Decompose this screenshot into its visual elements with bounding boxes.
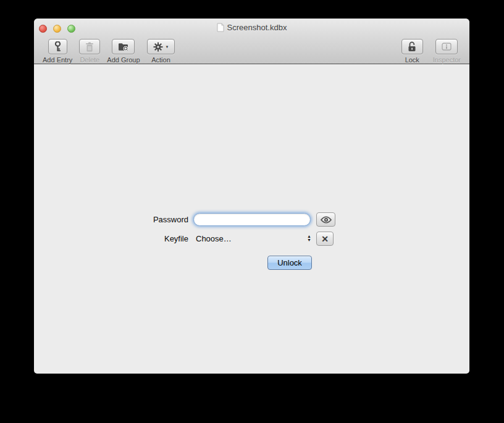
chevron-down-icon: ▼ bbox=[166, 45, 169, 49]
password-input[interactable] bbox=[193, 213, 311, 226]
document-icon bbox=[217, 23, 224, 32]
password-label: Password bbox=[114, 215, 188, 224]
unlock-button[interactable]: Unlock bbox=[267, 256, 312, 270]
lock-button[interactable]: Lock bbox=[401, 36, 423, 64]
keyfile-value: Choose… bbox=[193, 234, 307, 243]
add-group-label: Add Group bbox=[107, 56, 140, 64]
eye-icon bbox=[321, 216, 332, 224]
show-password-button[interactable] bbox=[316, 212, 335, 227]
keyfile-label: Keyfile bbox=[114, 234, 188, 243]
titlebar[interactable]: Screenshot.kdbx bbox=[34, 19, 469, 36]
trash-icon bbox=[85, 42, 94, 52]
titlebar-toolbar: Screenshot.kdbx Add Entry bbox=[34, 19, 469, 64]
keyfile-popup[interactable]: Choose… ▲ ▼ bbox=[193, 232, 312, 245]
stepper-icon: ▲ ▼ bbox=[307, 235, 312, 242]
delete-button[interactable]: Delete bbox=[79, 36, 100, 64]
toolbar: Add Entry Delete bbox=[43, 36, 461, 64]
lock-label: Lock bbox=[405, 56, 419, 64]
add-entry-button[interactable]: Add Entry bbox=[43, 36, 72, 64]
gear-icon bbox=[153, 42, 163, 52]
lock-open-icon bbox=[408, 41, 417, 52]
app-window: Screenshot.kdbx Add Entry bbox=[34, 19, 469, 374]
inspector-button[interactable]: Inspector bbox=[433, 36, 461, 64]
close-icon: ✕ bbox=[321, 234, 329, 244]
info-icon bbox=[442, 43, 452, 51]
action-label: Action bbox=[151, 56, 170, 64]
action-button[interactable]: ▼ Action bbox=[147, 36, 175, 64]
window-title-area: Screenshot.kdbx bbox=[34, 19, 469, 36]
key-icon bbox=[54, 41, 61, 52]
add-entry-label: Add Entry bbox=[43, 56, 72, 64]
delete-label: Delete bbox=[80, 56, 99, 64]
folder-plus-icon bbox=[118, 43, 128, 51]
clear-keyfile-button[interactable]: ✕ bbox=[316, 232, 334, 246]
window-title: Screenshot.kdbx bbox=[227, 23, 287, 32]
inspector-label: Inspector bbox=[433, 56, 461, 64]
add-group-button[interactable]: Add Group bbox=[107, 36, 140, 64]
